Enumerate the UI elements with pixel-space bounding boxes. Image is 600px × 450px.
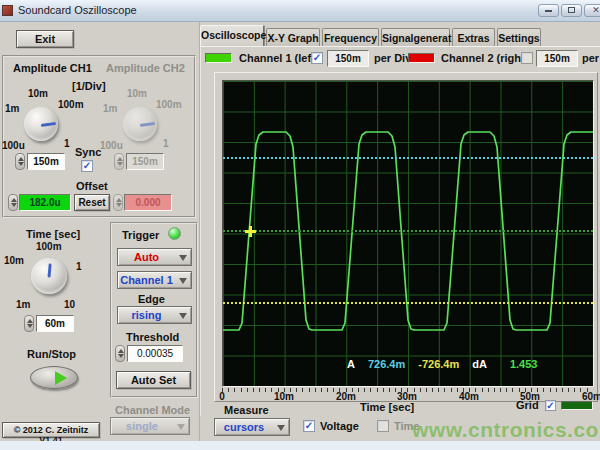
amplitude-ch1-knob-needle bbox=[41, 122, 56, 127]
close-icon: ✕ bbox=[592, 5, 600, 15]
tab-extras[interactable]: Extras bbox=[452, 28, 495, 46]
exit-button[interactable]: Exit bbox=[16, 30, 74, 48]
offset-reset-button[interactable]: Reset bbox=[74, 194, 110, 211]
threshold-label: Threshold bbox=[126, 331, 179, 343]
channel1-per-div-value[interactable]: 150m bbox=[327, 50, 369, 67]
offset-ch2-value[interactable]: 0.000 bbox=[124, 194, 172, 211]
per-div-unit-label: [1/Div] bbox=[72, 80, 106, 92]
trigger-edge-value: rising bbox=[118, 309, 175, 321]
offset-ch1-value[interactable]: 182.0u bbox=[19, 194, 71, 211]
threshold-spinner[interactable] bbox=[115, 345, 125, 362]
minimize-button[interactable] bbox=[538, 4, 559, 17]
amp1-tick-1m: 1m bbox=[5, 103, 19, 114]
sync-checkbox[interactable]: ✓ bbox=[81, 160, 93, 172]
grid-color-swatch bbox=[561, 401, 593, 410]
channel2-enable-checkbox[interactable] bbox=[521, 52, 533, 64]
time-knob[interactable] bbox=[31, 258, 67, 294]
time-checkbox[interactable] bbox=[377, 420, 389, 432]
time-value[interactable]: 60m bbox=[36, 315, 74, 332]
amplitude-ch2-knob[interactable] bbox=[123, 107, 157, 141]
channel1-color-swatch bbox=[205, 53, 232, 63]
cursor-a-line[interactable] bbox=[223, 157, 593, 159]
amplitude-ch2-knob-needle bbox=[140, 122, 155, 127]
close-button[interactable]: ✕ bbox=[584, 4, 600, 17]
desktop-strip bbox=[0, 441, 600, 450]
trigger-led bbox=[168, 227, 181, 240]
auto-set-button[interactable]: Auto Set bbox=[116, 371, 191, 389]
app-icon bbox=[2, 5, 13, 16]
amp1-tick-100u: 100u bbox=[2, 140, 25, 151]
measure-mode-dropdown[interactable]: cursors bbox=[214, 418, 290, 436]
time-tick-100m: 100m bbox=[36, 241, 62, 252]
tab-xy-graph[interactable]: X-Y Graph bbox=[266, 28, 320, 46]
trigger-title: Trigger bbox=[122, 229, 159, 241]
play-icon bbox=[55, 371, 67, 385]
time-spinner[interactable] bbox=[24, 315, 34, 332]
x-tick-0: 0 bbox=[198, 391, 246, 402]
trigger-edge-dropdown[interactable]: rising bbox=[117, 306, 192, 324]
trigger-source-dropdown[interactable]: Channel 1 bbox=[117, 271, 192, 289]
amp2-tick-1: 1 bbox=[163, 138, 169, 149]
watermark-text: www.cntronics.com bbox=[412, 418, 600, 442]
zero-level-line bbox=[223, 230, 593, 232]
trigger-mode-dropdown[interactable]: Auto bbox=[117, 248, 192, 266]
amplitude-ch1-knob[interactable] bbox=[24, 107, 58, 141]
offset-ch1-spinner[interactable] bbox=[8, 194, 18, 211]
cursor-crosshair-icon[interactable] bbox=[245, 226, 256, 237]
grid-label: Grid bbox=[516, 399, 539, 411]
run-stop-label: Run/Stop bbox=[27, 348, 76, 360]
readout-a-label: A bbox=[347, 358, 355, 370]
offset-ch2-spinner[interactable] bbox=[113, 194, 123, 211]
tab-frequency[interactable]: Frequency bbox=[322, 28, 379, 46]
trigger-source-value: Channel 1 bbox=[118, 274, 175, 286]
tab-settings[interactable]: Settings bbox=[497, 28, 541, 46]
readout-cursor-b-value: -726.4m bbox=[418, 358, 459, 370]
amp1-tick-1: 1 bbox=[64, 138, 70, 149]
channel-mode-dropdown[interactable]: single bbox=[110, 417, 190, 435]
app-window: Soundcard Oszilloscope ✕ Exit Amplitude … bbox=[0, 0, 600, 450]
time-tick-1: 1 bbox=[76, 261, 82, 272]
edge-label: Edge bbox=[138, 293, 165, 305]
amplitude-ch2-value[interactable]: 150m bbox=[126, 153, 164, 170]
threshold-value[interactable]: 0.00035 bbox=[127, 345, 183, 362]
amplitude-ch1-title: Amplitude CH1 bbox=[13, 62, 92, 74]
amplitude-ch1-spinner[interactable] bbox=[15, 153, 25, 170]
measure-mode-value: cursors bbox=[215, 421, 273, 433]
run-stop-button[interactable] bbox=[30, 366, 78, 389]
dropdown-arrow-icon bbox=[179, 278, 187, 284]
dropdown-arrow-icon bbox=[179, 313, 187, 319]
amp2-tick-10m: 10m bbox=[127, 88, 147, 99]
channel2-per-div-label: per Div bbox=[582, 52, 600, 64]
grid-checkbox[interactable]: ✓ bbox=[545, 400, 556, 411]
amp1-tick-100m: 100m bbox=[58, 99, 84, 110]
trigger-mode-value: Auto bbox=[118, 251, 175, 263]
amplitude-ch2-spinner[interactable] bbox=[114, 153, 124, 170]
check-icon: ✓ bbox=[546, 400, 554, 411]
measure-label: Measure bbox=[224, 404, 269, 416]
time-knob-needle bbox=[48, 263, 52, 277]
dropdown-arrow-icon bbox=[177, 424, 185, 430]
readout-cursor-a-value: 726.4m bbox=[368, 358, 405, 370]
copyright-button[interactable]: © 2012 C. Zeitnitz V1.41 bbox=[2, 422, 100, 438]
channel1-enable-checkbox[interactable]: ✓ bbox=[311, 52, 323, 64]
time-title: Time [sec] bbox=[26, 228, 80, 240]
tab-signalgenerator[interactable]: Signalgenerator bbox=[381, 28, 450, 46]
left-control-panel: Exit Amplitude CH1 Amplitude CH2 [1/Div]… bbox=[0, 22, 200, 441]
waveform-svg bbox=[223, 81, 593, 386]
sync-label: Sync bbox=[75, 146, 101, 158]
maximize-button[interactable] bbox=[561, 4, 582, 17]
tab-oscilloscope[interactable]: Oscilloscope bbox=[200, 25, 264, 46]
amp2-tick-1m: 1m bbox=[103, 103, 117, 114]
time-tick-1m: 1m bbox=[16, 299, 30, 310]
amplitude-ch1-value[interactable]: 150m bbox=[27, 153, 65, 170]
scope-display[interactable]: A 726.4m -726.4m dA 1.453 bbox=[222, 80, 594, 387]
time-tick-10: 10 bbox=[64, 299, 75, 310]
channel-mode-label: Channel Mode bbox=[115, 404, 190, 416]
channel2-per-div-value[interactable]: 150m bbox=[536, 50, 578, 67]
amp2-tick-100u: 100u bbox=[100, 140, 123, 151]
cursor-b-line[interactable] bbox=[223, 302, 593, 304]
voltage-checkbox[interactable]: ✓ bbox=[303, 420, 315, 432]
amp1-tick-10m: 10m bbox=[28, 88, 48, 99]
dropdown-arrow-icon bbox=[179, 255, 187, 261]
readout-delta-value: 1.453 bbox=[510, 358, 538, 370]
